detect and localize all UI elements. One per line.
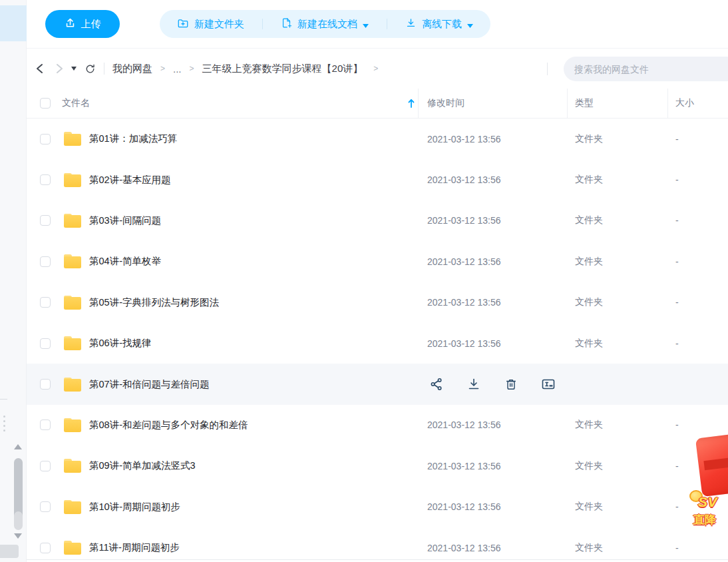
delete-icon[interactable] [504, 377, 518, 392]
row-size: - [667, 420, 728, 430]
back-arrow-icon[interactable] [32, 61, 47, 76]
table-header: 文件名 修改时间 类型 大小 [27, 89, 728, 119]
row-modified-time: 2021-03-12 13:56 [418, 256, 567, 267]
table-row[interactable]: 第05讲-字典排列法与树形图法2021-03-12 13:56文件夹- [27, 282, 728, 323]
table-row[interactable]: 第04讲-简单枚举2021-03-12 13:56文件夹- [27, 241, 728, 282]
header-name-column[interactable]: 文件名 [27, 89, 418, 118]
row-checkbox[interactable] [40, 174, 51, 185]
file-name-link[interactable]: 第02讲-基本应用题 [89, 174, 170, 186]
header-type-label[interactable]: 类型 [567, 89, 667, 118]
file-name-link[interactable]: 第07讲-和倍问题与差倍问题 [89, 378, 209, 391]
select-all-checkbox[interactable] [40, 98, 51, 109]
row-type: 文件夹 [567, 174, 667, 186]
row-type: 文件夹 [567, 256, 667, 268]
promo-badge[interactable]: SV 直降 [689, 431, 728, 541]
download-icon[interactable] [466, 377, 481, 392]
file-name-link[interactable]: 第04讲-简单枚举 [89, 255, 161, 268]
row-name-cell: 第07讲-和倍问题与差倍问题 [27, 378, 418, 392]
row-checkbox[interactable] [40, 256, 51, 267]
file-name-link[interactable]: 第08讲-和差问题与多个对象的和差倍 [89, 419, 248, 431]
header-size-label[interactable]: 大小 [667, 89, 728, 118]
file-name-link[interactable]: 第03讲-间隔问题 [89, 214, 161, 227]
rename-icon[interactable] [541, 377, 556, 392]
new-folder-label: 新建文件夹 [194, 18, 244, 31]
folder-icon [64, 541, 81, 555]
table-row[interactable]: 第06讲-找规律2021-03-12 13:56文件夹- [27, 323, 728, 364]
row-size: - [667, 338, 728, 349]
table-row[interactable]: 第11讲-周期问题初步2021-03-12 13:56文件夹- [27, 527, 728, 560]
folder-icon [64, 214, 81, 228]
file-name-link[interactable]: 第05讲-字典排列法与树形图法 [89, 296, 219, 309]
row-modified-time: 2021-03-12 13:56 [418, 543, 567, 553]
folder-icon [64, 254, 81, 268]
folder-icon [64, 500, 81, 514]
scrollbar-down-arrow[interactable] [14, 533, 22, 539]
breadcrumb-ellipsis[interactable]: ... [173, 63, 182, 75]
search-box[interactable] [564, 57, 728, 81]
scrollbar-up-arrow[interactable] [14, 444, 22, 449]
row-modified-time: 2021-03-12 13:56 [418, 215, 567, 226]
upload-icon [65, 17, 76, 31]
file-name-link[interactable]: 第01讲：加减法巧算 [89, 133, 177, 145]
new-online-doc-button[interactable]: 新建在线文档 [281, 17, 369, 31]
row-checkbox[interactable] [40, 215, 51, 226]
row-modified-time: 2021-03-12 13:56 [418, 338, 567, 349]
table-row[interactable]: 第10讲-周期问题初步2021-03-12 13:56文件夹- [27, 487, 728, 527]
table-row[interactable]: 第08讲-和差问题与多个对象的和差倍2021-03-12 13:56文件夹- [27, 405, 728, 445]
forward-arrow-icon[interactable] [52, 61, 67, 76]
row-checkbox[interactable] [40, 501, 51, 512]
scrollbar-thumb[interactable] [14, 458, 23, 519]
refresh-icon[interactable] [83, 61, 97, 76]
row-modified-time: 2021-03-12 13:56 [418, 420, 567, 430]
row-checkbox[interactable] [40, 297, 51, 308]
header-name-label: 文件名 [62, 97, 90, 109]
row-name-cell: 第04讲-简单枚举 [27, 254, 418, 268]
breadcrumb-separator: > [160, 64, 165, 73]
history-caret-icon[interactable] [69, 61, 79, 76]
breadcrumb-current-folder[interactable]: 三年级上竞赛数学同步课程【20讲】 [202, 63, 363, 75]
new-doc-label: 新建在线文档 [297, 18, 357, 31]
file-name-link[interactable]: 第06讲-找规律 [89, 337, 151, 350]
secondary-toolbar: 新建文件夹 新建在线文档 [160, 10, 490, 38]
sort-ascending-icon[interactable] [407, 99, 415, 109]
row-checkbox[interactable] [40, 420, 51, 430]
toolbar: 上传 新建文件夹 [27, 0, 728, 49]
promo-text-line2: 直降 [693, 512, 716, 527]
table-row[interactable]: 第01讲：加减法巧算2021-03-12 13:56文件夹- [27, 119, 728, 159]
row-modified-time: 2021-03-12 13:56 [418, 501, 567, 512]
table-row[interactable]: 第09讲-简单加减法竖式32021-03-12 13:56文件夹- [27, 445, 728, 486]
offline-download-label: 离线下载 [422, 18, 462, 31]
row-size: - [667, 256, 728, 267]
offline-download-button[interactable]: 离线下载 [405, 17, 473, 31]
scrollbar-thumb-tail[interactable] [14, 511, 23, 530]
sidebar-divider [0, 399, 7, 400]
folder-icon [64, 459, 81, 473]
file-name-link[interactable]: 第09讲-简单加减法竖式3 [89, 459, 196, 472]
sidebar-bottom-button[interactable] [0, 545, 19, 558]
upload-button[interactable]: 上传 [45, 10, 120, 38]
row-size: - [667, 134, 728, 144]
row-type: 文件夹 [567, 338, 667, 350]
row-hover-actions [418, 377, 556, 392]
header-time-label[interactable]: 修改时间 [418, 89, 567, 118]
file-name-link[interactable]: 第10讲-周期问题初步 [89, 501, 180, 513]
row-checkbox[interactable] [40, 134, 51, 144]
share-icon[interactable] [429, 377, 444, 392]
new-doc-icon [281, 17, 292, 31]
file-name-link[interactable]: 第11讲-周期问题初步 [89, 541, 180, 554]
row-checkbox[interactable] [40, 379, 51, 390]
table-row[interactable]: 第03讲-间隔问题2021-03-12 13:56文件夹- [27, 200, 728, 241]
new-folder-button[interactable]: 新建文件夹 [177, 17, 244, 31]
breadcrumb-root[interactable]: 我的网盘 [112, 63, 152, 75]
table-row[interactable]: 第07讲-和倍问题与差倍问题 [27, 364, 728, 404]
row-checkbox[interactable] [40, 543, 51, 553]
row-name-cell: 第10讲-周期问题初步 [27, 500, 418, 514]
search-input[interactable] [574, 64, 728, 75]
panel-drag-handle-icon[interactable] [3, 416, 5, 431]
row-checkbox[interactable] [40, 338, 51, 349]
sidebar-active-item-edge[interactable] [0, 5, 27, 41]
table-row[interactable]: 第02讲-基本应用题2021-03-12 13:56文件夹- [27, 159, 728, 200]
row-checkbox[interactable] [40, 461, 51, 471]
row-name-cell: 第09讲-简单加减法竖式3 [27, 459, 418, 473]
breadcrumb-bar: 我的网盘 > ... > 三年级上竞赛数学同步课程【20讲】 > [27, 49, 728, 89]
